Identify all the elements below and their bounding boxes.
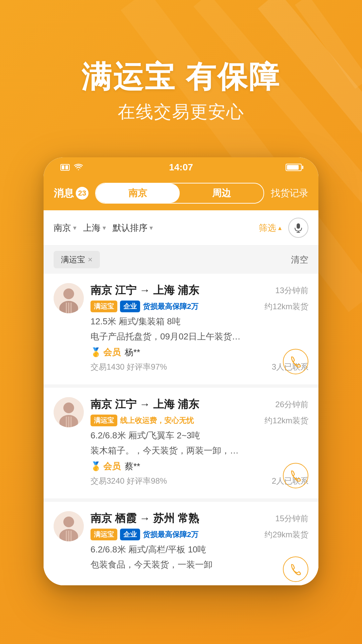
svg-point-18 bbox=[63, 402, 74, 413]
medal-icon: 🥇 bbox=[90, 461, 101, 472]
svg-point-11 bbox=[63, 288, 74, 299]
freight-item: 南京 江宁 → 上海 浦东 26分钟前 满运宝 线上收运费，安心无忧 约12km… bbox=[44, 388, 318, 502]
status-bar: 14:07 bbox=[44, 157, 318, 177]
svg-rect-7 bbox=[297, 223, 300, 229]
time-ago: 13分钟前 bbox=[275, 285, 308, 296]
member-text: 会员 bbox=[103, 346, 121, 358]
avatar bbox=[54, 397, 84, 427]
badge-guarantee: 货损最高保障2万 bbox=[143, 530, 198, 540]
distance-text: 约29km装货 bbox=[264, 529, 308, 540]
time-ago: 26分钟前 bbox=[275, 399, 308, 410]
stats-row: 交易1430 好评率97% 3人已联系 bbox=[90, 362, 308, 372]
hero-title: 满运宝 有保障 bbox=[0, 60, 362, 94]
app-header: 消息 23 南京 周边 找货记录 bbox=[44, 177, 318, 210]
wifi-icon bbox=[74, 164, 83, 171]
sort-chevron: ▾ bbox=[149, 224, 153, 232]
tag-close-icon[interactable]: × bbox=[88, 255, 93, 264]
avatar bbox=[54, 283, 84, 313]
member-badge: 🥇 会员 bbox=[90, 346, 121, 358]
phone-icon bbox=[290, 470, 302, 482]
route-row: 南京 江宁 → 上海 浦东 13分钟前 bbox=[90, 283, 308, 298]
tag-manyun[interactable]: 满运宝 × bbox=[54, 251, 100, 268]
badge-manyun: 满运宝 bbox=[90, 529, 117, 540]
svg-rect-5 bbox=[62, 165, 64, 169]
item-info: 南京 江宁 → 上海 浦东 13分钟前 满运宝 企业 货损最高保障2万 约12k… bbox=[90, 283, 308, 372]
phone-icon bbox=[290, 563, 302, 575]
cargo-desc1: 6.2/6.8米 厢式/飞翼车 2~3吨 bbox=[90, 429, 308, 442]
cargo-desc2: 电子产品托盘货，09月02日上午装货… bbox=[90, 330, 308, 343]
badge-row: 满运宝 企业 货损最高保障2万 约12km装货 bbox=[90, 301, 308, 312]
call-button-2[interactable] bbox=[283, 463, 308, 488]
route-row: 南京 江宁 → 上海 浦东 26分钟前 bbox=[90, 397, 308, 412]
sim-icon bbox=[60, 164, 70, 171]
route-text: 南京 江宁 → 上海 浦东 bbox=[90, 397, 199, 412]
status-left-icons bbox=[60, 164, 83, 171]
freight-list: 南京 江宁 → 上海 浦东 13分钟前 满运宝 企业 货损最高保障2万 约12k… bbox=[44, 274, 318, 585]
freight-item: 南京 江宁 → 上海 浦东 13分钟前 满运宝 企业 货损最高保障2万 约12k… bbox=[44, 274, 318, 388]
cargo-desc1: 12.5米 厢式/集装箱 8吨 bbox=[90, 315, 308, 328]
route-row: 南京 栖霞 → 苏州 常熟 15分钟前 bbox=[90, 511, 308, 526]
distance-text: 约12km装货 bbox=[264, 301, 308, 312]
stats-text: 交易3240 好评率98% bbox=[90, 476, 167, 486]
item-header-row: 南京 栖霞 → 苏州 常熟 15分钟前 满运宝 企业 货损最高保障2万 约29k… bbox=[54, 511, 308, 573]
call-button-3[interactable] bbox=[283, 556, 308, 582]
battery-container bbox=[286, 164, 302, 171]
freight-item: 南京 栖霞 → 苏州 常熟 15分钟前 满运宝 企业 货损最高保障2万 约29k… bbox=[44, 502, 318, 585]
item-info: 南京 江宁 → 上海 浦东 26分钟前 满运宝 线上收运费，安心无忧 约12km… bbox=[90, 397, 308, 486]
messages-label[interactable]: 消息 23 bbox=[54, 186, 88, 200]
battery-icon bbox=[286, 164, 302, 171]
badge-row: 满运宝 线上收运费，安心无忧 约12km装货 bbox=[90, 415, 308, 426]
badge-manyun: 满运宝 bbox=[90, 415, 117, 426]
member-badge: 🥇 会员 bbox=[90, 461, 121, 472]
cargo-desc2: 装木箱子。，今天装货，两装一卸，… bbox=[90, 444, 308, 457]
city1-chevron: ▾ bbox=[73, 224, 76, 232]
tab-group: 南京 周边 bbox=[95, 183, 264, 204]
mic-icon bbox=[293, 223, 303, 233]
member-text: 会员 bbox=[103, 461, 121, 472]
city2-filter[interactable]: 上海 ▾ bbox=[83, 222, 106, 234]
item-header-row: 南京 江宁 → 上海 浦东 13分钟前 满运宝 企业 货损最高保障2万 约12k… bbox=[54, 283, 308, 372]
stats-row: 交易3240 好评率98% 2人已联系 bbox=[90, 476, 308, 486]
mic-button[interactable] bbox=[288, 218, 308, 238]
user-row: 🥇 会员 蔡** bbox=[90, 461, 308, 472]
message-badge: 23 bbox=[76, 187, 88, 200]
call-button-1[interactable] bbox=[283, 349, 308, 374]
city1-filter[interactable]: 南京 ▾ bbox=[54, 222, 76, 234]
distance-text: 约12km装货 bbox=[264, 415, 308, 426]
item-info: 南京 栖霞 → 苏州 常熟 15分钟前 满运宝 企业 货损最高保障2万 约29k… bbox=[90, 511, 308, 573]
user-name: 蔡** bbox=[125, 461, 140, 472]
time-ago: 15分钟前 bbox=[275, 513, 308, 524]
route-text: 南京 江宁 → 上海 浦东 bbox=[90, 283, 199, 298]
status-time: 14:07 bbox=[169, 162, 193, 173]
route-text: 南京 栖霞 → 苏州 常熟 bbox=[90, 511, 199, 526]
item-header-row: 南京 江宁 → 上海 浦东 26分钟前 满运宝 线上收运费，安心无忧 约12km… bbox=[54, 397, 308, 486]
avatar bbox=[54, 511, 84, 541]
phone-mockup: 14:07 消息 23 南京 周边 找货记录 bbox=[44, 157, 318, 585]
filter-chevron: ▴ bbox=[278, 224, 282, 232]
badge-enterprise: 企业 bbox=[120, 529, 140, 540]
stats-text: 交易1430 好评率97% bbox=[90, 362, 167, 372]
phone-icon bbox=[290, 356, 302, 368]
badge-manyun: 满运宝 bbox=[90, 301, 117, 312]
filter-btn[interactable]: 筛选 ▴ bbox=[259, 222, 282, 234]
cargo-desc1: 6.2/6.8米 厢式/高栏/平板 10吨 bbox=[90, 543, 308, 556]
sort-filter[interactable]: 默认排序 ▾ bbox=[113, 222, 153, 234]
tag-clear-btn[interactable]: 清空 bbox=[291, 254, 308, 266]
tab-nanjing[interactable]: 南京 bbox=[96, 183, 180, 203]
filter-bar: 南京 ▾ 上海 ▾ 默认排序 ▾ 筛选 ▴ bbox=[44, 210, 318, 246]
cargo-desc2: 包装食品，今天装货，一装一卸 bbox=[90, 558, 308, 571]
hero-subtitle: 在线交易更安心 bbox=[0, 100, 362, 124]
badge-online: 线上收运费，安心无忧 bbox=[120, 416, 194, 426]
find-record[interactable]: 找货记录 bbox=[271, 187, 308, 200]
badge-guarantee: 货损最高保障2万 bbox=[143, 302, 198, 312]
city2-chevron: ▾ bbox=[103, 224, 106, 232]
svg-point-24 bbox=[63, 517, 74, 527]
tab-nearby[interactable]: 周边 bbox=[180, 183, 263, 203]
medal-icon: 🥇 bbox=[90, 347, 101, 358]
badge-row: 满运宝 企业 货损最高保障2万 约29km装货 bbox=[90, 529, 308, 540]
tag-bar: 满运宝 × 清空 bbox=[44, 246, 318, 274]
user-name: 杨** bbox=[125, 346, 140, 358]
svg-rect-6 bbox=[65, 165, 68, 169]
badge-enterprise: 企业 bbox=[120, 301, 140, 312]
phone-screen: 14:07 消息 23 南京 周边 找货记录 bbox=[44, 157, 318, 585]
